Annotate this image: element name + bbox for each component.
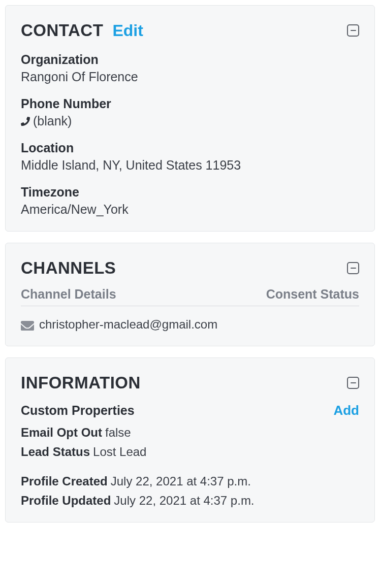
contact-header-left: CONTACT Edit xyxy=(21,21,143,40)
timezone-field: Timezone America/New_York xyxy=(21,185,359,217)
lead-status-row: Lead StatusLost Lead xyxy=(21,445,359,459)
phone-label: Phone Number xyxy=(21,96,359,111)
email-opt-out-value: false xyxy=(105,426,131,439)
profile-created-value: July 22, 2021 at 4:37 p.m. xyxy=(111,474,251,488)
phone-field: Phone Number (blank) xyxy=(21,96,359,128)
channels-title: CHANNELS xyxy=(21,258,116,278)
timezone-value: America/New_York xyxy=(21,202,359,217)
information-header-left: INFORMATION xyxy=(21,373,141,393)
consent-status-header: Consent Status xyxy=(266,287,359,302)
contact-card-header: CONTACT Edit xyxy=(21,21,359,40)
information-card-header: INFORMATION xyxy=(21,373,359,393)
custom-properties-block: Email Opt Outfalse Lead StatusLost Lead xyxy=(21,426,359,459)
contact-title: CONTACT xyxy=(21,21,103,40)
collapse-channels-button[interactable] xyxy=(347,262,359,274)
phone-value: (blank) xyxy=(21,114,359,128)
email-opt-out-row: Email Opt Outfalse xyxy=(21,426,359,440)
collapse-information-button[interactable] xyxy=(347,377,359,389)
location-label: Location xyxy=(21,141,359,155)
minus-icon xyxy=(351,30,356,31)
custom-properties-label: Custom Properties xyxy=(21,403,135,418)
add-property-link[interactable]: Add xyxy=(333,403,359,418)
phone-icon xyxy=(21,114,30,123)
information-title: INFORMATION xyxy=(21,373,141,393)
channels-header-left: CHANNELS xyxy=(21,258,116,278)
timestamps-block: Profile CreatedJuly 22, 2021 at 4:37 p.m… xyxy=(21,474,359,508)
minus-icon xyxy=(351,268,356,269)
profile-updated-row: Profile UpdatedJuly 22, 2021 at 4:37 p.m… xyxy=(21,494,359,508)
edit-contact-link[interactable]: Edit xyxy=(112,21,143,40)
timezone-label: Timezone xyxy=(21,185,359,200)
minus-icon xyxy=(351,382,356,383)
information-card: INFORMATION Custom Properties Add Email … xyxy=(5,357,375,522)
channels-columns-row: Channel Details Consent Status xyxy=(21,287,359,306)
phone-value-text: (blank) xyxy=(33,114,72,128)
channel-row: christopher-maclead@gmail.com xyxy=(21,315,359,332)
organization-value: Rangoni Of Florence xyxy=(21,70,359,84)
profile-created-label: Profile Created xyxy=(21,474,108,488)
channel-details-header: Channel Details xyxy=(21,287,116,302)
envelope-icon xyxy=(21,319,34,330)
profile-updated-label: Profile Updated xyxy=(21,494,111,507)
location-value: Middle Island, NY, United States 11953 xyxy=(21,158,359,173)
contact-card: CONTACT Edit Organization Rangoni Of Flo… xyxy=(5,5,375,232)
profile-updated-value: July 22, 2021 at 4:37 p.m. xyxy=(114,494,254,507)
organization-field: Organization Rangoni Of Florence xyxy=(21,52,359,84)
organization-label: Organization xyxy=(21,52,359,67)
collapse-contact-button[interactable] xyxy=(347,24,359,37)
channel-email-value: christopher-maclead@gmail.com xyxy=(39,317,217,332)
channels-card: CHANNELS Channel Details Consent Status … xyxy=(5,243,375,346)
profile-created-row: Profile CreatedJuly 22, 2021 at 4:37 p.m… xyxy=(21,474,359,488)
location-field: Location Middle Island, NY, United State… xyxy=(21,141,359,173)
lead-status-value: Lost Lead xyxy=(93,445,146,459)
custom-properties-header: Custom Properties Add xyxy=(21,403,359,418)
channels-card-header: CHANNELS xyxy=(21,258,359,278)
email-opt-out-label: Email Opt Out xyxy=(21,426,102,439)
lead-status-label: Lead Status xyxy=(21,445,90,459)
